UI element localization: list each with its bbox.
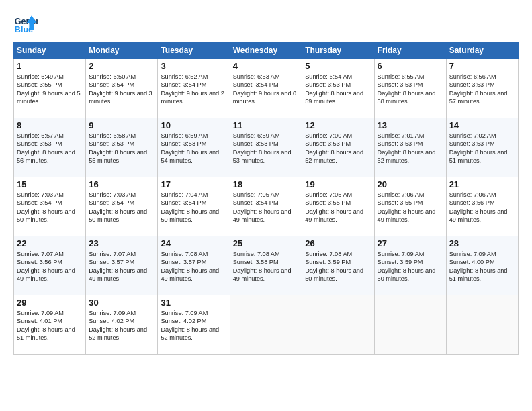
day-number: 12 (305, 120, 371, 130)
day-number: 14 (449, 120, 515, 130)
week-row-2: 8 Sunrise: 6:57 AMSunset: 3:53 PMDayligh… (14, 118, 519, 177)
calendar-cell: 10 Sunrise: 6:59 AMSunset: 3:53 PMDaylig… (158, 118, 230, 177)
calendar-cell: 16 Sunrise: 7:03 AMSunset: 3:54 PMDaylig… (86, 177, 158, 236)
day-number: 8 (17, 120, 83, 130)
logo-icon: General Blue (13, 11, 38, 35)
day-number: 5 (305, 61, 371, 71)
weekday-header-saturday: Saturday (446, 42, 518, 59)
calendar-cell (446, 295, 518, 355)
day-number: 16 (89, 179, 154, 189)
day-number: 6 (378, 61, 443, 71)
calendar-cell: 1 Sunrise: 6:49 AMSunset: 3:55 PMDayligh… (14, 59, 86, 118)
day-info: Sunrise: 6:58 AMSunset: 3:53 PMDaylight:… (89, 132, 147, 164)
day-info: Sunrise: 7:09 AMSunset: 4:02 PMDaylight:… (161, 310, 219, 341)
day-number: 11 (233, 120, 300, 130)
day-info: Sunrise: 6:55 AMSunset: 3:53 PMDaylight:… (378, 73, 436, 105)
day-info: Sunrise: 7:05 AMSunset: 3:55 PMDaylight:… (305, 191, 363, 223)
calendar-cell: 29 Sunrise: 7:09 AMSunset: 4:01 PMDaylig… (14, 295, 86, 355)
day-info: Sunrise: 7:09 AMSunset: 4:00 PMDaylight:… (449, 250, 508, 282)
day-number: 10 (161, 120, 226, 130)
day-info: Sunrise: 7:05 AMSunset: 3:54 PMDaylight:… (233, 191, 292, 223)
day-number: 29 (17, 298, 83, 308)
day-info: Sunrise: 7:09 AMSunset: 4:01 PMDaylight:… (17, 310, 75, 341)
calendar-cell (374, 295, 446, 355)
calendar-cell: 20 Sunrise: 7:06 AMSunset: 3:55 PMDaylig… (374, 177, 446, 236)
calendar-cell: 25 Sunrise: 7:08 AMSunset: 3:58 PMDaylig… (230, 236, 302, 295)
calendar-cell (302, 295, 374, 355)
calendar-cell (230, 295, 302, 355)
day-number: 3 (161, 61, 226, 71)
day-info: Sunrise: 7:07 AMSunset: 3:56 PMDaylight:… (17, 250, 75, 282)
page: General Blue SundayMondayTuesdayWednesda… (0, 0, 532, 361)
day-info: Sunrise: 7:06 AMSunset: 3:56 PMDaylight:… (449, 191, 508, 223)
day-number: 23 (89, 238, 154, 248)
weekday-header-wednesday: Wednesday (230, 42, 302, 59)
day-number: 4 (233, 61, 300, 71)
calendar-cell: 22 Sunrise: 7:07 AMSunset: 3:56 PMDaylig… (14, 236, 86, 295)
day-number: 26 (305, 238, 371, 248)
day-number: 18 (233, 179, 300, 189)
day-info: Sunrise: 6:54 AMSunset: 3:53 PMDaylight:… (305, 73, 363, 105)
weekday-header-friday: Friday (374, 42, 446, 59)
day-info: Sunrise: 7:07 AMSunset: 3:57 PMDaylight:… (89, 250, 147, 282)
calendar-cell: 7 Sunrise: 6:56 AMSunset: 3:53 PMDayligh… (446, 59, 518, 118)
calendar-cell: 2 Sunrise: 6:50 AMSunset: 3:54 PMDayligh… (86, 59, 158, 118)
calendar-cell: 13 Sunrise: 7:01 AMSunset: 3:53 PMDaylig… (374, 118, 446, 177)
week-row-4: 22 Sunrise: 7:07 AMSunset: 3:56 PMDaylig… (14, 236, 519, 295)
day-number: 2 (89, 61, 154, 71)
calendar-cell: 21 Sunrise: 7:06 AMSunset: 3:56 PMDaylig… (446, 177, 518, 236)
calendar-cell: 18 Sunrise: 7:05 AMSunset: 3:54 PMDaylig… (230, 177, 302, 236)
day-info: Sunrise: 6:50 AMSunset: 3:54 PMDaylight:… (89, 73, 152, 105)
calendar-cell: 17 Sunrise: 7:04 AMSunset: 3:54 PMDaylig… (158, 177, 230, 236)
calendar-cell: 3 Sunrise: 6:52 AMSunset: 3:54 PMDayligh… (158, 59, 230, 118)
day-info: Sunrise: 6:59 AMSunset: 3:53 PMDaylight:… (233, 132, 292, 164)
calendar-cell: 26 Sunrise: 7:08 AMSunset: 3:59 PMDaylig… (302, 236, 374, 295)
weekday-header-thursday: Thursday (302, 42, 374, 59)
day-number: 9 (89, 120, 154, 130)
day-number: 15 (17, 179, 83, 189)
day-info: Sunrise: 7:08 AMSunset: 3:59 PMDaylight:… (305, 250, 363, 282)
day-info: Sunrise: 6:57 AMSunset: 3:53 PMDaylight:… (17, 132, 75, 164)
day-info: Sunrise: 7:02 AMSunset: 3:53 PMDaylight:… (449, 132, 508, 164)
weekday-header-tuesday: Tuesday (158, 42, 230, 59)
header: General Blue (13, 11, 519, 35)
day-number: 30 (89, 298, 154, 308)
day-info: Sunrise: 7:09 AMSunset: 3:59 PMDaylight:… (378, 250, 436, 282)
day-info: Sunrise: 6:53 AMSunset: 3:54 PMDaylight:… (233, 73, 297, 105)
calendar-cell: 12 Sunrise: 7:00 AMSunset: 3:53 PMDaylig… (302, 118, 374, 177)
calendar-cell: 8 Sunrise: 6:57 AMSunset: 3:53 PMDayligh… (14, 118, 86, 177)
weekday-header-monday: Monday (86, 42, 158, 59)
day-info: Sunrise: 7:06 AMSunset: 3:55 PMDaylight:… (378, 191, 436, 223)
calendar-cell: 4 Sunrise: 6:53 AMSunset: 3:54 PMDayligh… (230, 59, 302, 118)
day-info: Sunrise: 7:04 AMSunset: 3:54 PMDaylight:… (161, 191, 219, 223)
day-info: Sunrise: 7:03 AMSunset: 3:54 PMDaylight:… (17, 191, 75, 223)
calendar-cell: 5 Sunrise: 6:54 AMSunset: 3:53 PMDayligh… (302, 59, 374, 118)
calendar-cell: 24 Sunrise: 7:08 AMSunset: 3:57 PMDaylig… (158, 236, 230, 295)
calendar-cell: 11 Sunrise: 6:59 AMSunset: 3:53 PMDaylig… (230, 118, 302, 177)
day-number: 31 (161, 298, 226, 308)
calendar-cell: 27 Sunrise: 7:09 AMSunset: 3:59 PMDaylig… (374, 236, 446, 295)
logo: General Blue (13, 11, 38, 35)
day-info: Sunrise: 6:49 AMSunset: 3:55 PMDaylight:… (17, 73, 81, 105)
day-number: 28 (449, 238, 515, 248)
day-number: 13 (378, 120, 443, 130)
weekday-header-sunday: Sunday (14, 42, 86, 59)
day-info: Sunrise: 7:08 AMSunset: 3:57 PMDaylight:… (161, 250, 219, 282)
day-number: 22 (17, 238, 83, 248)
day-number: 19 (305, 179, 371, 189)
week-row-1: 1 Sunrise: 6:49 AMSunset: 3:55 PMDayligh… (14, 59, 519, 118)
weekday-header-row: SundayMondayTuesdayWednesdayThursdayFrid… (14, 42, 519, 59)
day-number: 1 (17, 61, 83, 71)
day-number: 7 (449, 61, 515, 71)
calendar-cell: 31 Sunrise: 7:09 AMSunset: 4:02 PMDaylig… (158, 295, 230, 355)
day-info: Sunrise: 6:59 AMSunset: 3:53 PMDaylight:… (161, 132, 219, 164)
day-number: 27 (378, 238, 443, 248)
day-number: 24 (161, 238, 226, 248)
calendar-cell: 30 Sunrise: 7:09 AMSunset: 4:02 PMDaylig… (86, 295, 158, 355)
day-info: Sunrise: 7:09 AMSunset: 4:02 PMDaylight:… (89, 310, 147, 341)
day-info: Sunrise: 7:00 AMSunset: 3:53 PMDaylight:… (305, 132, 363, 164)
week-row-3: 15 Sunrise: 7:03 AMSunset: 3:54 PMDaylig… (14, 177, 519, 236)
day-info: Sunrise: 7:01 AMSunset: 3:53 PMDaylight:… (378, 132, 436, 164)
day-info: Sunrise: 6:52 AMSunset: 3:54 PMDaylight:… (161, 73, 224, 105)
calendar-cell: 28 Sunrise: 7:09 AMSunset: 4:00 PMDaylig… (446, 236, 518, 295)
